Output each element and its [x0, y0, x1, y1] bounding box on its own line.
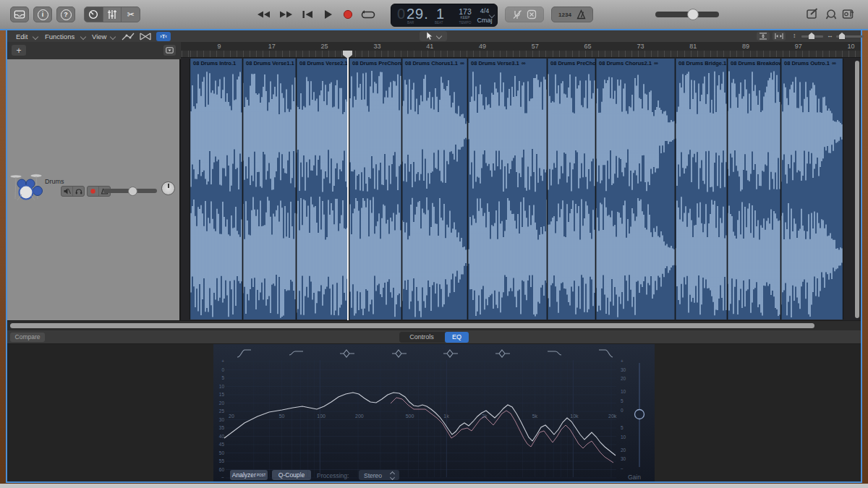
tuner-icon[interactable]: [512, 9, 522, 20]
snap-to-grid-button[interactable]: ›T‹: [156, 32, 171, 41]
editor-button[interactable]: ✂: [121, 7, 140, 22]
eq-band-lowpass-icon[interactable]: [598, 348, 614, 359]
bar-ruler[interactable]: 9172533414957657381899710: [181, 42, 861, 51]
tab-controls[interactable]: Controls: [399, 332, 444, 343]
eq-band-highpass-icon[interactable]: [236, 348, 252, 359]
fit-zoom-button[interactable]: [773, 32, 786, 40]
pan-knob[interactable]: [161, 181, 175, 195]
automation-icon[interactable]: [122, 33, 135, 40]
menu-view[interactable]: View: [92, 33, 106, 40]
tool-menu-button[interactable]: [420, 31, 447, 41]
ruler-bar-label: 17: [263, 43, 281, 50]
eq-db-left-label: 60: [214, 467, 224, 472]
track-name[interactable]: Drums: [45, 178, 64, 185]
help-button[interactable]: ?: [56, 7, 75, 22]
master-volume-thumb[interactable]: [687, 9, 699, 20]
go-to-beginning-button[interactable]: [298, 9, 317, 20]
mute-solo-group: [61, 186, 85, 197]
playhead[interactable]: [347, 51, 349, 320]
info-button[interactable]: i: [33, 7, 52, 22]
auto-track-height-button[interactable]: [757, 32, 770, 40]
eq-band-lowshelf-icon[interactable]: [288, 348, 304, 359]
play-button[interactable]: [318, 9, 337, 20]
smart-controls-button[interactable]: [85, 7, 103, 22]
eq-band-bell-icon[interactable]: [495, 348, 511, 359]
mixer-button[interactable]: [103, 7, 122, 22]
audio-region[interactable]: 08 Drums Intro.1: [190, 59, 242, 320]
audio-region[interactable]: 08 Drums Outro.1∞: [781, 59, 843, 320]
fast-forward-icon: [278, 10, 293, 19]
solo-button[interactable]: [73, 187, 84, 196]
audio-region[interactable]: 08 Drums Verse2.1: [297, 59, 349, 320]
menu-edit[interactable]: Edit: [16, 33, 27, 40]
add-track-button[interactable]: +: [12, 45, 26, 56]
track-volume-thumb[interactable]: [128, 187, 137, 196]
eq-qcouple-button[interactable]: Q-Couple: [272, 470, 311, 480]
eq-db-left-label: 10: [214, 384, 224, 389]
record-enable-button[interactable]: [88, 187, 99, 196]
notepad-button[interactable]: [806, 8, 819, 20]
eq-band-bell-icon[interactable]: [339, 348, 355, 359]
rewind-button[interactable]: [255, 9, 273, 20]
region-name: 08 Drums Chorus2.1∞: [596, 59, 675, 69]
eq-band-highshelf-icon[interactable]: [547, 348, 563, 359]
eq-db-left-label: 15: [214, 392, 224, 397]
tab-eq[interactable]: EQ: [445, 332, 469, 343]
eq-db-right-label: +: [621, 359, 632, 364]
eq-db-left-label: 50: [214, 450, 224, 455]
eq-db-left-label: 0: [214, 367, 224, 372]
master-mute-icon[interactable]: [527, 9, 537, 20]
eq-processing-label: Processing:: [317, 472, 349, 479]
audio-region[interactable]: 08 Drums Chorus2.1∞: [596, 59, 675, 320]
tracklist-header: +: [7, 42, 181, 59]
audio-region[interactable]: 08 Drums Chorus1.1∞: [402, 59, 467, 320]
view-switch-group: ✂: [84, 7, 140, 22]
headphones-icon: [75, 188, 82, 194]
bar-ruler-ticks[interactable]: [181, 51, 861, 58]
go-to-beginning-icon: [302, 10, 313, 19]
rewind-icon: [257, 10, 271, 19]
menu-functions[interactable]: Functions: [45, 33, 75, 40]
compare-button[interactable]: Compare: [10, 333, 45, 342]
audio-region[interactable]: 08 Drums PreChorus: [548, 59, 595, 320]
pointer-tool-icon: [426, 32, 433, 40]
eq-freq-label: 10k: [570, 414, 578, 419]
audio-region[interactable]: 08 Drums Breakdow: [728, 59, 780, 320]
project-chooser-button[interactable]: [10, 7, 29, 22]
horizontal-zoom-thumb[interactable]: [839, 33, 845, 39]
eq-db-left-label: 30: [214, 417, 224, 422]
lcd-display[interactable]: 0 29. 1 BAR BEAT 173 KEEP TEMPO 4/4 Cmaj: [391, 4, 498, 27]
region-name: 08 Drums Verse1.1: [243, 59, 296, 69]
fast-forward-button[interactable]: [276, 9, 295, 20]
track-header-options-button[interactable]: [163, 45, 176, 56]
audio-region[interactable]: 08 Drums Verse3.1∞: [468, 59, 547, 320]
media-browser-button[interactable]: [842, 8, 856, 20]
eq-analyzer-post-label: POST: [257, 474, 265, 477]
record-button[interactable]: [339, 9, 357, 20]
crossfade-icon[interactable]: [139, 33, 152, 40]
mute-button[interactable]: [61, 187, 73, 196]
vertical-zoom-thumb[interactable]: [809, 33, 814, 39]
tool-menu-chevron-icon: [435, 33, 441, 39]
region-name: 08 Drums Breakdow: [728, 59, 780, 69]
metronome-icon[interactable]: [576, 9, 586, 20]
cycle-button[interactable]: [359, 9, 378, 20]
loop-browser-button[interactable]: [825, 8, 838, 20]
horizontal-scrollbar[interactable]: [10, 323, 814, 328]
audio-region[interactable]: 08 Drums Verse1.1: [243, 59, 296, 320]
eq-band-bell-icon[interactable]: [391, 348, 407, 359]
eq-analyzer-button[interactable]: Analyzer POST: [230, 470, 268, 480]
eq-band-bell-icon[interactable]: [443, 348, 459, 359]
eq-gain-knob[interactable]: [635, 410, 644, 419]
eq-plugin-panel[interactable]: [213, 344, 655, 481]
count-in-button[interactable]: 1234: [558, 12, 571, 18]
eq-processing-select[interactable]: Stereo: [359, 470, 399, 480]
eq-db-right-label: 20: [621, 376, 632, 381]
audio-region[interactable]: 08 Drums PreChorus: [349, 59, 401, 320]
region-name: 08 Drums PreChorus: [349, 59, 401, 69]
audio-region[interactable]: 08 Drums Bridge.1: [676, 59, 727, 320]
region-name: 08 Drums Bridge.1: [676, 59, 727, 69]
vertical-scrollbar[interactable]: [855, 61, 859, 318]
eq-freq-label: 500: [406, 414, 414, 419]
region-name: 08 Drums Verse3.1∞: [468, 59, 547, 69]
